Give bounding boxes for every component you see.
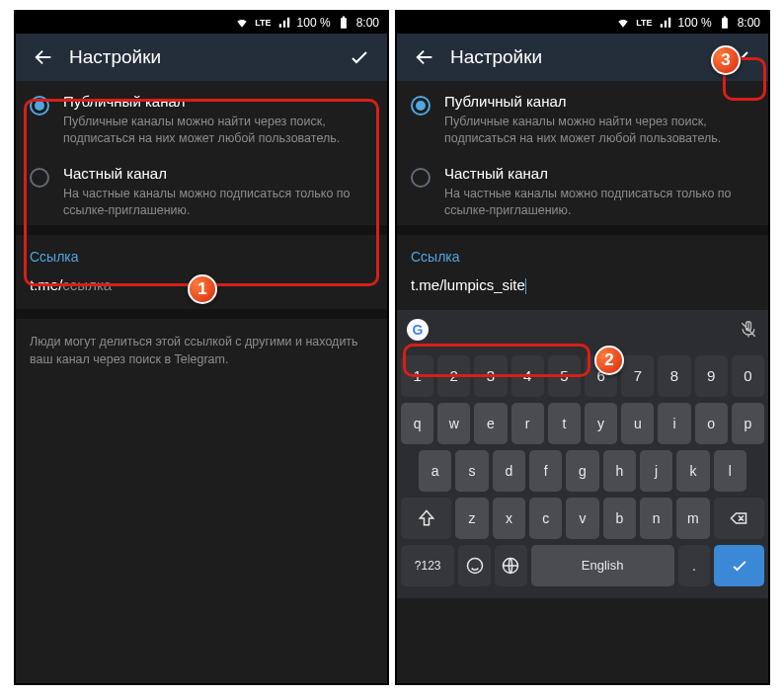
status-bar: LTE 100 % 8:00 <box>16 12 387 34</box>
page-title: Настройки <box>450 46 721 68</box>
key-b[interactable]: b <box>603 498 636 539</box>
option-public-channel[interactable]: Публичный канал Публичные каналы можно н… <box>397 81 768 153</box>
option-private-channel[interactable]: Частный канал На частные каналы можно по… <box>16 153 387 225</box>
key-j[interactable]: j <box>640 450 672 492</box>
option-label: Частный канал <box>63 165 373 182</box>
key-6[interactable]: 6 <box>585 355 617 397</box>
key-c[interactable]: c <box>529 498 562 539</box>
keyboard-row-numbers: 1234567890 <box>401 355 764 397</box>
symbols-key[interactable]: ?123 <box>401 545 454 586</box>
enter-key[interactable] <box>714 545 764 586</box>
link-input[interactable]: t.me/ссылка <box>16 272 387 309</box>
key-z[interactable]: z <box>455 498 488 539</box>
keyboard-row-bottom: ?123 English . <box>401 545 764 586</box>
option-description: На частные каналы можно подписаться толь… <box>63 186 373 219</box>
key-p[interactable]: p <box>732 403 764 444</box>
network-label: LTE <box>636 18 652 28</box>
app-header: Настройки <box>16 34 387 81</box>
battery-icon <box>337 16 351 30</box>
space-key[interactable]: English <box>531 545 674 586</box>
shift-key[interactable] <box>401 498 451 539</box>
signal-icon <box>659 16 672 30</box>
key-x[interactable]: x <box>493 498 525 539</box>
link-prefix: t.me/ <box>30 276 62 293</box>
keyboard-row-3: zxcvbnm <box>401 498 764 539</box>
settings-body: Публичный канал Публичные каналы можно н… <box>397 81 768 683</box>
link-input[interactable]: t.me/lumpics_site <box>397 272 768 310</box>
back-button[interactable] <box>405 38 444 77</box>
wifi-icon <box>616 16 630 30</box>
link-section-label: Ссылка <box>16 235 387 272</box>
key-g[interactable]: g <box>566 450 598 492</box>
key-s[interactable]: s <box>455 450 488 492</box>
battery-label: 100 % <box>678 16 712 30</box>
status-bar: LTE 100 % 8:00 <box>397 12 768 34</box>
page-title: Настройки <box>69 46 340 68</box>
key-e[interactable]: e <box>474 403 507 444</box>
key-t[interactable]: t <box>548 403 581 444</box>
radio-selected-icon <box>30 96 49 116</box>
key-v[interactable]: v <box>566 498 598 539</box>
key-4[interactable]: 4 <box>511 355 544 397</box>
key-5[interactable]: 5 <box>548 355 581 397</box>
radio-unselected-icon <box>30 168 49 188</box>
period-key[interactable]: . <box>678 545 711 586</box>
option-public-channel[interactable]: Публичный канал Публичные каналы можно н… <box>16 81 387 153</box>
settings-body: Публичный канал Публичные каналы можно н… <box>16 81 387 683</box>
option-description: Публичные каналы можно найти через поиск… <box>63 114 373 147</box>
confirm-button[interactable] <box>340 38 379 77</box>
google-icon[interactable]: G <box>407 319 429 341</box>
key-f[interactable]: f <box>529 450 562 492</box>
key-l[interactable]: l <box>714 450 746 492</box>
backspace-key[interactable] <box>714 498 764 539</box>
emoji-key[interactable] <box>458 545 491 586</box>
key-q[interactable]: q <box>401 403 433 444</box>
key-8[interactable]: 8 <box>658 355 690 397</box>
text-cursor <box>525 278 526 294</box>
on-screen-keyboard: 1234567890 qwertyuiop asdfghjkl zxcvbnm … <box>397 349 768 598</box>
key-9[interactable]: 9 <box>695 355 728 397</box>
key-i[interactable]: i <box>658 403 690 444</box>
key-2[interactable]: 2 <box>437 355 470 397</box>
screenshot-left: LTE 100 % 8:00 Настройки Публичный канал… <box>14 10 389 685</box>
svg-point-0 <box>467 558 482 573</box>
clock-label: 8:00 <box>738 16 760 30</box>
option-label: Публичный канал <box>444 93 754 110</box>
option-label: Публичный канал <box>63 93 373 110</box>
key-1[interactable]: 1 <box>401 355 433 397</box>
confirm-button[interactable] <box>721 38 760 77</box>
wifi-icon <box>235 16 249 30</box>
link-hint: Люди могут делиться этой ссылкой с други… <box>16 309 387 382</box>
key-m[interactable]: m <box>676 498 709 539</box>
keyboard-suggestion-bar: G <box>397 310 768 349</box>
option-label: Частный канал <box>444 165 754 182</box>
key-d[interactable]: d <box>493 450 525 492</box>
battery-label: 100 % <box>297 16 331 30</box>
app-header: Настройки <box>397 34 768 81</box>
key-n[interactable]: n <box>640 498 672 539</box>
radio-unselected-icon <box>411 168 431 188</box>
key-w[interactable]: w <box>437 403 470 444</box>
key-o[interactable]: o <box>695 403 728 444</box>
signal-icon <box>277 16 291 30</box>
radio-selected-icon <box>411 96 431 116</box>
key-r[interactable]: r <box>511 403 544 444</box>
key-0[interactable]: 0 <box>732 355 764 397</box>
key-3[interactable]: 3 <box>474 355 507 397</box>
key-y[interactable]: y <box>585 403 617 444</box>
key-k[interactable]: k <box>676 450 709 492</box>
key-u[interactable]: u <box>621 403 654 444</box>
clock-label: 8:00 <box>356 16 379 30</box>
language-key[interactable] <box>495 545 527 586</box>
back-button[interactable] <box>24 38 63 77</box>
key-h[interactable]: h <box>603 450 636 492</box>
key-7[interactable]: 7 <box>621 355 654 397</box>
battery-icon <box>718 16 732 30</box>
option-private-channel[interactable]: Частный канал На частные каналы можно по… <box>397 153 768 225</box>
key-a[interactable]: a <box>419 450 451 492</box>
link-section-label: Ссылка <box>397 235 768 272</box>
link-prefix: t.me/ <box>411 276 443 293</box>
screenshot-right: LTE 100 % 8:00 Настройки Публичный канал… <box>395 10 770 685</box>
link-value: lumpics_site <box>443 276 525 293</box>
mic-off-icon[interactable] <box>739 320 758 340</box>
